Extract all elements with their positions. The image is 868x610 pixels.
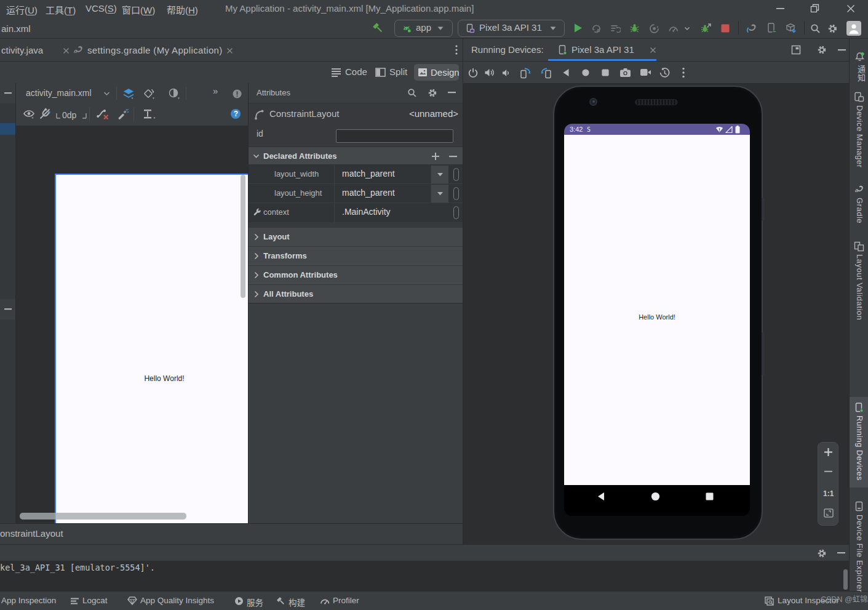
issues-icon[interactable]	[232, 89, 242, 99]
remove-attribute-icon[interactable]	[449, 156, 458, 158]
attribute-value[interactable]: match_parent	[342, 169, 395, 179]
stripe-running-devices[interactable]: Running Devices	[855, 415, 864, 481]
attribute-value[interactable]: .MainActivity	[342, 207, 391, 217]
close-icon[interactable]	[650, 47, 656, 54]
canvas-vertical-scrollbar[interactable]	[241, 175, 245, 298]
home-icon[interactable]	[581, 68, 590, 77]
volume-down-icon[interactable]	[502, 68, 511, 78]
rotate-right-icon[interactable]	[540, 67, 552, 79]
power-icon[interactable]	[468, 67, 479, 78]
volume-up-icon[interactable]	[484, 67, 495, 78]
view-options-icon[interactable]	[23, 108, 36, 120]
default-margins-button[interactable]: 0dp	[55, 108, 87, 122]
pick-resource-button[interactable]	[453, 168, 459, 181]
menu-item-help[interactable]: 帮助(H)	[167, 3, 198, 16]
settings-gear-icon[interactable]	[827, 23, 838, 34]
float-window-icon[interactable]	[791, 45, 801, 55]
layout-preview[interactable]: Hello World!	[55, 174, 248, 523]
menu-item-window[interactable]: 窗口(W)	[122, 3, 155, 16]
design-canvas[interactable]: Hello World!	[16, 126, 248, 523]
stripe-notifications-label[interactable]: 通知	[855, 65, 867, 82]
value-dropdown-button[interactable]	[431, 166, 448, 183]
zoom-fit-button[interactable]	[824, 508, 834, 518]
statusbar-app-inspection[interactable]: App Inspection	[1, 596, 56, 605]
device-file-explorer-stripe-icon[interactable]	[854, 501, 864, 512]
tab-split[interactable]: Split	[389, 66, 407, 77]
menu-item-vcs[interactable]: VCS(S)	[86, 3, 117, 14]
pick-resource-button[interactable]	[453, 206, 459, 219]
statusbar-services[interactable]: 服务	[247, 596, 263, 608]
gear-icon[interactable]	[817, 548, 827, 558]
hide-panel-icon[interactable]	[838, 49, 846, 51]
menu-item-tools[interactable]: 工具(T)	[46, 3, 76, 16]
apply-changes-icon[interactable]: A	[591, 23, 602, 34]
avatar[interactable]	[846, 21, 861, 36]
gear-icon[interactable]	[817, 45, 827, 55]
tab-options-icon[interactable]	[452, 44, 461, 55]
android-overview-icon[interactable]	[706, 492, 714, 500]
zoom-in-button[interactable]	[824, 447, 833, 457]
sdk-manager-icon[interactable]	[785, 22, 797, 34]
declared-attributes-section[interactable]: Declared Attributes	[249, 146, 463, 165]
toolbar-overflow-icon[interactable]: »	[213, 86, 217, 96]
search-icon[interactable]	[810, 23, 821, 34]
hide-panel-icon[interactable]	[448, 92, 456, 94]
palette-selected-item[interactable]	[0, 123, 15, 135]
device-tab-label[interactable]: Pixel 3a API 31	[571, 44, 634, 55]
value-dropdown-button[interactable]	[431, 185, 448, 203]
help-icon[interactable]: ?	[230, 108, 241, 119]
rotate-left-icon[interactable]	[520, 67, 532, 79]
statusbar-build[interactable]: 构建	[289, 596, 305, 608]
close-icon[interactable]	[846, 4, 856, 14]
pick-resource-button[interactable]	[453, 187, 459, 200]
id-input[interactable]	[336, 129, 453, 143]
night-mode-icon[interactable]	[167, 87, 181, 100]
canvas-horizontal-scrollbar[interactable]	[20, 513, 186, 520]
search-icon[interactable]	[407, 88, 417, 98]
gradle-stripe-icon[interactable]	[854, 184, 865, 194]
section-all-attributes[interactable]: All Attributes	[249, 285, 463, 303]
design-surface-icon[interactable]	[122, 87, 135, 100]
notifications-bell-icon[interactable]	[854, 52, 865, 62]
hide-panel-icon[interactable]	[837, 552, 846, 554]
android-home-icon[interactable]	[651, 492, 660, 501]
build-hammer-icon[interactable]	[372, 22, 384, 34]
hide-panel-icon[interactable]	[4, 92, 12, 94]
add-attribute-icon[interactable]	[431, 152, 440, 161]
orientation-icon[interactable]	[141, 87, 156, 100]
attach-debugger-icon[interactable]	[649, 23, 659, 34]
navigation-breadcrumb[interactable]: ain.xml	[1, 23, 31, 34]
breadcrumb[interactable]: onstraintLayout	[0, 528, 63, 539]
console-scrollbar[interactable]	[843, 569, 848, 590]
sync-gradle-icon[interactable]	[746, 22, 758, 34]
android-back-icon[interactable]	[597, 492, 605, 501]
layout-validation-stripe-icon[interactable]	[854, 241, 864, 252]
tab-settings-gradle[interactable]: settings.gradle (My Application)	[87, 45, 223, 55]
menu-item-run[interactable]: 运行(U)	[6, 3, 38, 16]
running-devices-stripe-icon[interactable]	[854, 402, 864, 413]
tab-mainactivity[interactable]: ctivity.java	[1, 45, 43, 55]
close-icon[interactable]	[226, 47, 233, 54]
clear-constraints-icon[interactable]	[96, 108, 109, 121]
attribute-row[interactable]: layout_height match_parent	[249, 184, 463, 203]
hide-panel-icon[interactable]	[4, 308, 12, 310]
stop-button[interactable]	[721, 24, 730, 33]
stripe-device-file-explorer[interactable]: Device File Explorer	[855, 515, 864, 592]
profile-low-overhead-icon[interactable]	[701, 23, 712, 34]
snapshots-icon[interactable]	[659, 67, 671, 79]
device-manager-stripe-icon[interactable]	[854, 92, 864, 102]
gear-icon[interactable]	[428, 88, 437, 98]
pack-align-icon[interactable]	[142, 108, 158, 121]
apply-code-changes-icon[interactable]	[610, 23, 621, 34]
back-icon[interactable]	[562, 68, 570, 77]
autoconnect-off-icon[interactable]	[38, 107, 52, 121]
run-console[interactable]: kel_3a_API_31 [emulator-5554]'.	[0, 561, 849, 591]
close-icon[interactable]	[63, 47, 70, 54]
debug-button[interactable]	[629, 23, 640, 33]
attribute-row[interactable]: context .MainActivity	[249, 203, 463, 222]
section-transforms[interactable]: Transforms	[249, 247, 463, 265]
stripe-layout-validation[interactable]: Layout Validation	[855, 254, 864, 320]
screen-record-icon[interactable]	[640, 68, 651, 76]
infer-constraints-icon[interactable]	[116, 108, 130, 121]
tab-design-selected[interactable]: Design	[414, 64, 459, 81]
